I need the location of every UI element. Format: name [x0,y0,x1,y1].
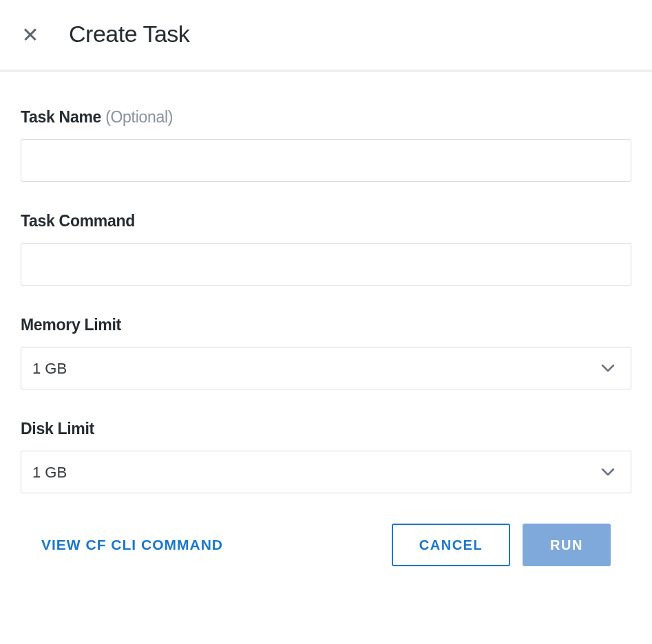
task-command-input[interactable] [21,243,631,286]
disk-limit-group: Disk Limit 1 GB [21,420,631,493]
view-cli-command-link[interactable]: VIEW CF CLI COMMAND [41,537,223,553]
close-icon[interactable] [23,28,37,41]
disk-limit-label: Disk Limit [21,420,631,438]
task-command-label: Task Command [21,212,631,230]
modal-header: Create Task [0,0,652,72]
page-title: Create Task [69,21,189,47]
run-button[interactable]: RUN [523,524,611,566]
disk-limit-select[interactable]: 1 GB [21,451,631,493]
memory-limit-select[interactable]: 1 GB [21,347,631,389]
modal-footer: VIEW CF CLI COMMAND CANCEL RUN [21,524,631,566]
task-command-group: Task Command [21,212,631,286]
disk-limit-select-wrapper: 1 GB [21,451,631,493]
memory-limit-select-wrapper: 1 GB [21,347,631,389]
footer-buttons: CANCEL RUN [392,524,611,566]
form-container: Task Name (Optional) Task Command Memory… [0,72,652,587]
task-name-label: Task Name (Optional) [21,108,631,127]
memory-limit-label: Memory Limit [21,316,631,334]
task-name-optional-text: (Optional) [105,108,173,126]
task-name-input[interactable] [21,139,631,182]
task-name-label-text: Task Name [21,108,101,126]
cancel-button[interactable]: CANCEL [392,524,510,566]
task-name-group: Task Name (Optional) [21,108,631,182]
memory-limit-group: Memory Limit 1 GB [21,316,631,389]
